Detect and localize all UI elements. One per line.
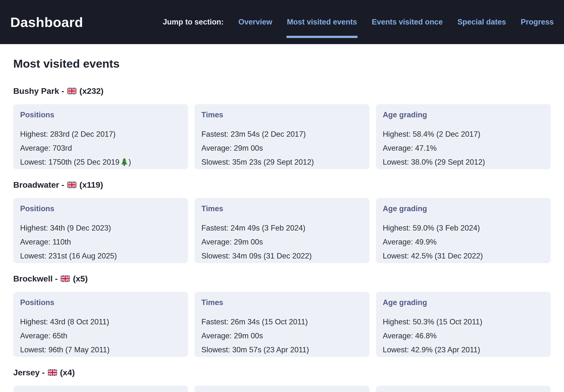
stat-line: Lowest: 1750th (25 Dec 2019) — [20, 155, 181, 169]
section-bushy-park: Bushy Park - (x232) Positions Highest: 2… — [13, 86, 551, 169]
app-title: Dashboard — [10, 14, 83, 30]
section-title: Broadwater - — [13, 180, 64, 190]
card-title: Times — [201, 204, 362, 213]
main-content: Most visited events Bushy Park - (x232) … — [0, 57, 564, 392]
uk-flag-icon — [67, 182, 76, 188]
stat-line: Slowest: 34m 09s (31 Dec 2022) — [201, 249, 362, 263]
stat-line: Lowest: 38.0% (29 Sept 2012) — [383, 155, 544, 169]
times-card: Times Fastest: 26m 34s (15 Oct 2011) Ave… — [195, 292, 369, 357]
positions-card: Positions Highest: 283rd (2 Dec 2017) Av… — [13, 104, 188, 169]
section-heading: Bushy Park - (x232) — [13, 86, 551, 96]
stat-line: Average: 46.8% — [383, 329, 544, 343]
cards-row: Positions Highest: 34th (9 Dec 2023) Ave… — [13, 198, 551, 263]
stat-line: Average: 29m 00s — [201, 329, 362, 343]
section-brockwell: Brockwell - (x5) Positions Highest: 43rd… — [13, 274, 551, 357]
section-title: Bushy Park - — [13, 86, 64, 96]
age-grading-card: Age grading Highest: 58.4% (2 Dec 2017) … — [376, 104, 551, 169]
jump-to-section-label: Jump to section: — [163, 18, 224, 27]
times-card: Times Fastest: 23m 54s (2 Dec 2017) Aver… — [195, 104, 369, 169]
card-title: Age grading — [383, 110, 544, 119]
stat-line: Slowest: 35m 23s (29 Sept 2012) — [201, 155, 362, 169]
cards-row — [13, 386, 551, 392]
section-jersey: Jersey - (x4) — [13, 368, 551, 392]
uk-flag-icon — [48, 369, 57, 376]
card-title: Positions — [20, 204, 181, 213]
stat-line: Fastest: 24m 49s (3 Feb 2024) — [201, 221, 362, 235]
nav-link-most-visited-events[interactable]: Most visited events — [287, 18, 357, 27]
card-title: Age grading — [383, 298, 544, 307]
card-title: Positions — [20, 110, 181, 119]
stat-line: Lowest: 231st (16 Aug 2025) — [20, 249, 181, 263]
section-title: Brockwell - — [13, 274, 58, 284]
stat-line: Highest: 43rd (8 Oct 2011) — [20, 315, 181, 329]
stat-line: Highest: 50.3% (15 Oct 2011) — [383, 315, 544, 329]
stat-line: Average: 110th — [20, 235, 181, 249]
stat-line: Average: 29m 00s — [201, 141, 362, 155]
christmas-tree-icon — [121, 158, 128, 166]
stat-line: Highest: 283rd (2 Dec 2017) — [20, 127, 181, 141]
positions-card: Positions Highest: 43rd (8 Oct 2011) Ave… — [13, 292, 188, 357]
section-visit-count: (x232) — [79, 86, 103, 96]
stat-line: Slowest: 30m 57s (23 Apr 2011) — [201, 343, 362, 357]
section-broadwater: Broadwater - (x119) Positions Highest: 3… — [13, 180, 551, 263]
uk-flag-icon — [61, 275, 70, 282]
section-visit-count: (x119) — [79, 180, 103, 190]
stat-line: Fastest: 23m 54s (2 Dec 2017) — [201, 127, 362, 141]
section-visit-count: (x4) — [60, 368, 75, 377]
stat-line: Average: 47.1% — [383, 141, 544, 155]
age-grading-card: Age grading Highest: 59.0% (3 Feb 2024) … — [376, 198, 551, 263]
card-title: Age grading — [383, 204, 544, 213]
stat-line: Highest: 59.0% (3 Feb 2024) — [383, 221, 544, 235]
stat-line: Average: 703rd — [20, 141, 181, 155]
stat-line: Highest: 34th (9 Dec 2023) — [20, 221, 181, 235]
stat-line: Highest: 58.4% (2 Dec 2017) — [383, 127, 544, 141]
positions-card — [13, 386, 188, 392]
jump-nav: Jump to section: Overview Most visited e… — [163, 18, 554, 27]
times-card — [195, 386, 369, 392]
card-title: Times — [201, 110, 362, 119]
section-heading: Broadwater - (x119) — [13, 180, 551, 190]
card-title: Times — [201, 298, 362, 307]
navbar: Dashboard Jump to section: Overview Most… — [0, 0, 564, 44]
nav-link-overview[interactable]: Overview — [238, 18, 272, 27]
section-title: Jersey - — [13, 368, 45, 377]
nav-link-events-visited-once[interactable]: Events visited once — [372, 18, 443, 27]
page-title: Most visited events — [13, 57, 551, 70]
stat-line: Fastest: 26m 34s (15 Oct 2011) — [201, 315, 362, 329]
cards-row: Positions Highest: 43rd (8 Oct 2011) Ave… — [13, 292, 551, 357]
stat-line: Average: 29m 00s — [201, 235, 362, 249]
section-heading: Brockwell - (x5) — [13, 274, 551, 284]
nav-link-special-dates[interactable]: Special dates — [457, 18, 506, 27]
section-visit-count: (x5) — [73, 274, 87, 284]
positions-card: Positions Highest: 34th (9 Dec 2023) Ave… — [13, 198, 188, 263]
times-card: Times Fastest: 24m 49s (3 Feb 2024) Aver… — [195, 198, 369, 263]
stat-line: Average: 49.9% — [383, 235, 544, 249]
cards-row: Positions Highest: 283rd (2 Dec 2017) Av… — [13, 104, 551, 169]
nav-link-progress[interactable]: Progress — [521, 18, 554, 27]
stat-line: Lowest: 96th (7 May 2011) — [20, 343, 181, 357]
section-heading: Jersey - (x4) — [13, 368, 551, 377]
age-grading-card: Age grading Highest: 50.3% (15 Oct 2011)… — [376, 292, 551, 357]
age-grading-card — [376, 386, 551, 392]
stat-line: Lowest: 42.5% (31 Dec 2022) — [383, 249, 544, 263]
stat-line: Lowest: 42.9% (23 Apr 2011) — [383, 343, 544, 357]
stat-line: Average: 65th — [20, 329, 181, 343]
card-title: Positions — [20, 298, 181, 307]
uk-flag-icon — [67, 88, 76, 94]
